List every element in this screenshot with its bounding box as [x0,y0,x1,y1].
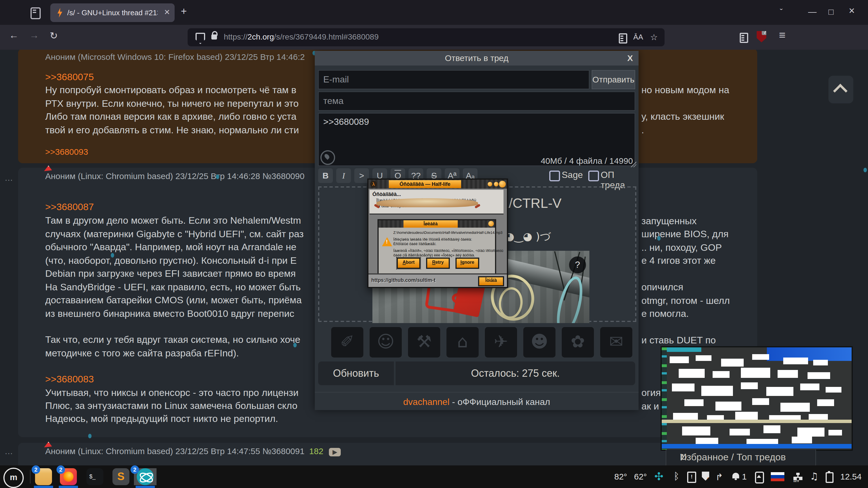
post-menu-dots[interactable]: … [4,446,13,456]
hl-error-dialog[interactable]: Îøèáêà Z:\home\desudesu\Documents\Half-l… [377,219,496,275]
santa-hat-icon [44,165,52,171]
mint-menu-button[interactable]: m [3,468,24,488]
active-tab[interactable]: /s/ - GNU+Linux thread #213 ✕ [50,3,175,22]
scroll-to-top-button[interactable] [829,76,853,103]
sublime-app-icon[interactable]: S [113,468,129,485]
post-text-line: Либо там полная версия как в архиве, либ… [45,111,297,123]
window-maximize-button[interactable]: □ [829,7,834,17]
reply-link[interactable]: >>3680075 [45,72,94,83]
ignore-button[interactable]: Ignore [456,258,479,269]
retry-button[interactable]: Retry [426,258,450,269]
format-bold-button[interactable]: B [318,168,333,183]
baguette-icon[interactable]: ✐ [331,326,364,358]
back-button[interactable]: ← [9,30,19,41]
halflife-installer-window[interactable]: λ Óñòàíîâêà — Half-life Óñòàíîâêà... Ïîæ… [367,178,508,288]
active-app-slot[interactable]: 2 [134,468,157,485]
bookmark-star-icon[interactable]: ☆ [650,32,658,42]
resize-grip[interactable] [631,162,636,167]
hammers-icon[interactable]: ⚒ [407,326,441,358]
mailbox-icon[interactable]: ✉ [599,326,633,358]
sage-label: Sage [562,170,583,180]
post-text-line: (что, наоборот, довольно грустно). Консо… [45,255,297,267]
help-button[interactable]: ? [569,256,586,273]
share-tray-icon[interactable]: ↱ [715,471,723,482]
forward-button[interactable]: → [29,30,39,41]
extensions-icon[interactable] [740,33,748,43]
hl-cancel-button[interactable]: Îòìåíà [478,276,504,286]
shield-tray-icon[interactable] [702,471,709,481]
hut-icon[interactable]: ⌂ [446,326,479,358]
cursor-dot [111,253,114,258]
dialog-footer: dvachannel - оФФициальный канал [315,392,639,407]
op-thread-checkbox[interactable] [588,170,599,181]
files-app-icon[interactable]: 2 [35,468,52,485]
eject-device-icon[interactable] [755,471,764,484]
url-text[interactable]: https://2ch.org/s/res/3679449.html#36800… [224,32,379,41]
refresh-thread-button[interactable]: Обновить [318,361,394,385]
hl-minimize-button[interactable] [488,182,492,186]
firefox-view-icon[interactable] [31,7,41,19]
backlink[interactable]: >>3680093 [45,147,88,157]
keyboard-layout-flag-icon[interactable] [771,472,784,481]
post-menu-dots[interactable]: … [4,173,13,183]
post-text-line: Там в другом дело может быть. Если это N… [45,215,301,227]
laugh-icon[interactable]: ☻ [523,326,556,358]
hl-error-close-button[interactable] [488,221,494,227]
hamburger-menu-icon[interactable]: ≡ [779,29,785,42]
active-indicator [34,486,53,488]
reload-button[interactable]: ↻ [50,30,58,41]
flower-icon[interactable]: ✿ [561,326,594,358]
dialog-close-button[interactable]: X [627,51,633,66]
molecule-tray-icon[interactable]: ✣ [654,470,663,482]
headcrab-icon [376,198,478,207]
hl-close-button[interactable] [499,181,506,188]
notifications-bell-icon[interactable] [733,473,739,478]
tab-favicon-lightning-icon [57,8,63,18]
dvachannel-link[interactable]: dvachannel [403,397,450,407]
glitched-terminal-image[interactable] [661,346,853,451]
dialog-header[interactable]: Ответить в тред X [315,51,639,66]
window-minimize-button[interactable]: — [808,7,816,17]
translate-icon[interactable]: ĀA [633,33,643,41]
angel-icon[interactable]: ☺ [369,326,402,358]
refresh-icon[interactable]: ↻ [680,452,805,463]
ublock-icon[interactable]: 7 [757,31,766,42]
clipboard-icon[interactable]: ! [687,471,696,483]
email-field[interactable] [318,70,589,89]
temperature-1: 82° [614,471,627,481]
post-text-line: На SandyBridge - UEFI, как правило, есть… [45,282,301,293]
tab-list-chevron-icon[interactable]: ˇ [780,7,783,17]
format-quote-button[interactable]: > [354,168,369,183]
post-text-line: твой и его добавлять в стим. Не знаю, но… [45,125,299,136]
post-text-fragment: опичился [641,282,683,293]
abort-button[interactable]: Abort [397,258,421,269]
new-tab-button[interactable]: + [181,6,187,18]
hl-error-title-bar[interactable]: Îøèáêà [379,220,495,228]
music-note-icon[interactable]: ♫ [810,470,818,482]
tab-close-icon[interactable]: ✕ [164,8,170,17]
submit-button[interactable]: Отправить [592,70,635,89]
hl-maximize-button[interactable] [494,182,498,186]
dropzone-hint-fragment: 1/CTRL-V [501,195,561,211]
tracking-shield-icon[interactable] [195,33,205,44]
reader-mode-icon[interactable] [619,33,627,43]
firefox-app-icon[interactable]: 2 [60,468,77,485]
terminal-app-icon[interactable]: $_ [87,468,103,485]
reply-link[interactable]: >>3680087 [45,202,94,213]
ublock-badge: 7 [762,29,768,35]
format-italic-button[interactable]: I [336,168,351,183]
hl-title-bar[interactable]: λ Óñòàíîâêà — Half-life [368,180,507,189]
window-close-button[interactable]: × [849,5,855,17]
favorites-bar[interactable]: Избранное / Топ тредов ↻ [666,450,816,465]
play-button[interactable]: ▶ [329,448,341,456]
subject-field[interactable] [318,92,635,111]
battery-icon[interactable] [826,472,834,483]
plane-icon[interactable]: ✈ [484,326,518,358]
bluetooth-icon[interactable]: ᛒ [674,470,679,482]
lambda-icon: λ [370,181,377,188]
notification-count: 1 [742,471,747,481]
sage-checkbox[interactable] [549,170,560,181]
network-icon[interactable] [794,473,802,480]
reply-link[interactable]: >>3680083 [45,374,94,385]
url-bar[interactable]: https://2ch.org/s/res/3679449.html#36800… [188,28,664,46]
